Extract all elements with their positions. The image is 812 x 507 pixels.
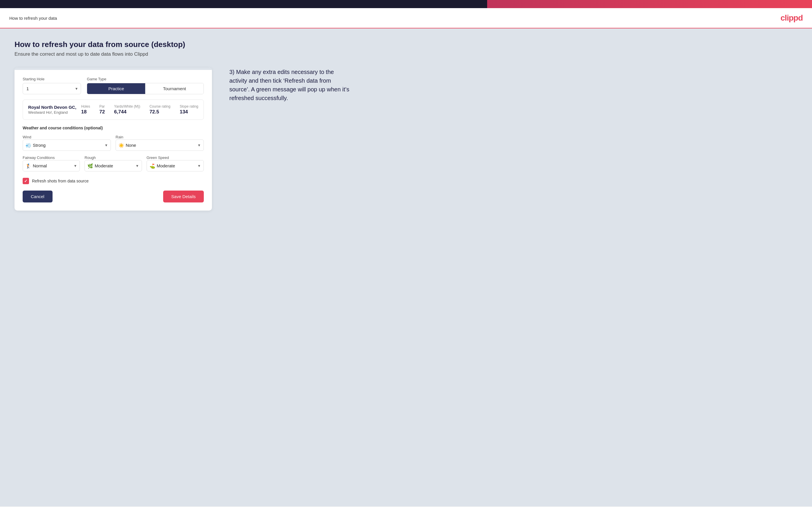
stat-holes: Holes 18 xyxy=(81,104,90,115)
fairway-label: Fairway Conditions xyxy=(22,156,55,160)
fairway-select[interactable]: Normal xyxy=(22,160,80,171)
page-title: How to refresh your data from source (de… xyxy=(14,40,798,49)
header: How to refresh your data clippd xyxy=(0,8,812,29)
course-location: Westward Ho!, England xyxy=(28,110,81,115)
fairway-select-wrapper: 🏌 Normal ▼ xyxy=(22,160,80,171)
rain-select-wrapper: ☀️ None ▼ xyxy=(115,139,204,151)
course-rating-label: Course rating xyxy=(150,104,170,109)
fairway-group: Fairway Conditions 🏌 Normal ▼ xyxy=(22,155,80,171)
stat-course-rating: Course rating 72.5 xyxy=(150,104,170,115)
course-stats: Holes 18 Par 72 Yards/White (M)) 6,744 xyxy=(81,104,199,115)
rough-group: Rough 🌿 Moderate ▼ xyxy=(85,155,142,171)
rain-select[interactable]: None xyxy=(115,139,204,151)
stat-par: Par 72 xyxy=(99,104,105,115)
card-strip xyxy=(14,68,212,70)
green-speed-label: Green Speed xyxy=(147,156,169,160)
green-speed-select[interactable]: Moderate xyxy=(147,160,204,171)
refresh-row: Refresh shots from data source xyxy=(22,178,204,184)
rough-select-wrapper: 🌿 Moderate ▼ xyxy=(85,160,142,171)
tournament-button[interactable]: Tournament xyxy=(145,83,204,94)
rough-select[interactable]: Moderate xyxy=(85,160,142,171)
refresh-checkbox[interactable] xyxy=(22,178,29,184)
form-inner: Starting Hole 1 ▼ Game Type Practice To xyxy=(14,70,212,211)
rain-group: Rain ☀️ None ▼ xyxy=(115,134,204,151)
par-value: 72 xyxy=(99,109,105,115)
course-name-area: Royal North Devon GC, Westward Ho!, Engl… xyxy=(28,105,81,115)
practice-button[interactable]: Practice xyxy=(87,83,145,94)
stat-yards: Yards/White (M)) 6,744 xyxy=(114,104,140,115)
course-info-box: Royal North Devon GC, Westward Ho!, Engl… xyxy=(22,100,204,120)
wind-group: Wind 💨 Strong ▼ xyxy=(22,134,111,151)
green-speed-group: Green Speed ⛳ Moderate ▼ xyxy=(147,155,204,171)
slope-rating-value: 134 xyxy=(180,109,188,115)
game-type-label: Game Type xyxy=(87,77,204,81)
page-subtitle: Ensure the correct and most up to date d… xyxy=(14,51,798,57)
refresh-label: Refresh shots from data source xyxy=(32,179,89,183)
cancel-button[interactable]: Cancel xyxy=(22,190,53,203)
game-type-buttons: Practice Tournament xyxy=(87,83,204,94)
starting-hole-select-wrapper: 1 ▼ xyxy=(22,83,81,94)
par-label: Par xyxy=(99,104,105,109)
game-type-group: Game Type Practice Tournament xyxy=(87,77,204,94)
wind-rain-row: Wind 💨 Strong ▼ Rain ☀️ xyxy=(22,134,204,151)
yards-value: 6,744 xyxy=(114,109,126,115)
stat-slope-rating: Slope rating 134 xyxy=(180,104,198,115)
course-name: Royal North Devon GC, xyxy=(28,105,81,110)
wind-select-wrapper: 💨 Strong ▼ xyxy=(22,139,111,151)
starting-hole-select[interactable]: 1 xyxy=(22,83,81,94)
conditions-title: Weather and course conditions (optional) xyxy=(22,126,204,130)
starting-hole-group: Starting Hole 1 ▼ xyxy=(22,77,81,94)
side-description: 3) Make any extra edits necessary to the… xyxy=(230,68,351,102)
save-button[interactable]: Save Details xyxy=(163,190,204,203)
header-title: How to refresh your data xyxy=(9,16,57,20)
wind-label: Wind xyxy=(22,135,31,139)
green-speed-select-wrapper: ⛳ Moderate ▼ xyxy=(147,160,204,171)
wind-select[interactable]: Strong xyxy=(22,139,111,151)
form-card: Starting Hole 1 ▼ Game Type Practice To xyxy=(14,68,212,211)
row-starting-game: Starting Hole 1 ▼ Game Type Practice To xyxy=(22,77,204,94)
holes-label: Holes xyxy=(81,104,90,109)
slope-rating-label: Slope rating xyxy=(180,104,198,109)
starting-hole-label: Starting Hole xyxy=(22,77,81,81)
main-content: How to refresh your data from source (de… xyxy=(0,29,812,506)
top-bar xyxy=(0,0,812,8)
side-text: 3) Make any extra edits necessary to the… xyxy=(230,68,351,102)
rough-label: Rough xyxy=(85,156,96,160)
content-area: Starting Hole 1 ▼ Game Type Practice To xyxy=(14,68,798,211)
action-row: Cancel Save Details xyxy=(22,190,204,203)
yards-label: Yards/White (M)) xyxy=(114,104,140,109)
logo: clippd xyxy=(781,13,803,22)
course-rating-value: 72.5 xyxy=(150,109,159,115)
holes-value: 18 xyxy=(81,109,87,115)
rain-label: Rain xyxy=(115,135,123,139)
fairway-rough-green-row: Fairway Conditions 🏌 Normal ▼ Rough 🌿 xyxy=(22,155,204,171)
